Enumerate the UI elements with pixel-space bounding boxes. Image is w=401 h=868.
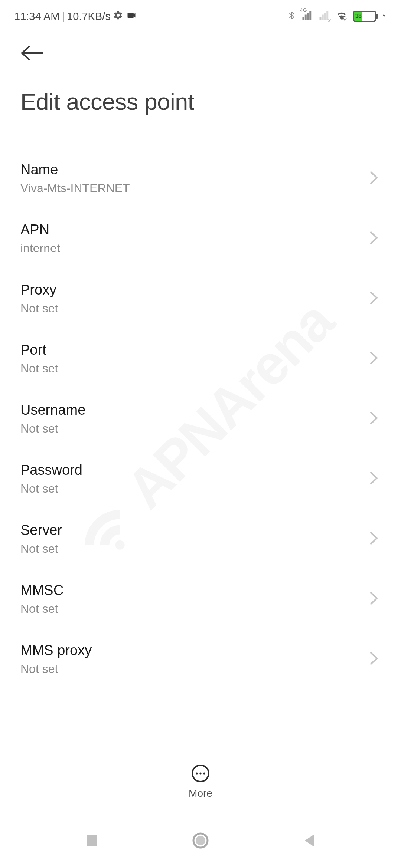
square-icon (85, 834, 98, 847)
svg-point-6 (203, 772, 205, 774)
more-label: More (189, 788, 212, 799)
chevron-right-icon (369, 651, 379, 668)
list-item-port[interactable]: Port Not set (20, 329, 381, 389)
list-item-text: Username Not set (20, 402, 85, 435)
item-label: Proxy (20, 282, 58, 298)
chevron-right-icon (369, 591, 379, 608)
gear-icon (113, 10, 123, 23)
item-value: Not set (20, 422, 85, 435)
list-item-text: APN internet (20, 222, 60, 255)
item-value: internet (20, 241, 60, 255)
charging-icon (381, 10, 387, 23)
list-item-username[interactable]: Username Not set (20, 389, 381, 449)
list-item-text: Proxy Not set (20, 282, 58, 315)
video-camera-icon (125, 10, 137, 23)
more-button[interactable] (191, 764, 210, 783)
triangle-left-icon (303, 833, 316, 848)
page-title: Edit access point (20, 88, 381, 115)
list-item-text: Name Viva-Mts-INTERNET (20, 162, 130, 195)
item-label: Username (20, 402, 85, 418)
item-label: Port (20, 342, 58, 358)
list-item-apn[interactable]: APN internet (20, 208, 381, 269)
settings-list: Name Viva-Mts-INTERNET APN internet Prox… (0, 148, 401, 738)
chevron-right-icon (369, 350, 379, 367)
header: Edit access point (0, 40, 401, 115)
list-item-mms-proxy[interactable]: MMS proxy Not set (20, 629, 381, 689)
status-separator: | (62, 10, 65, 23)
system-navbar (0, 813, 401, 868)
circle-icon (192, 832, 209, 849)
status-time: 11:34 AM (14, 10, 60, 23)
list-item-mmsc[interactable]: MMSC Not set (20, 569, 381, 629)
bluetooth-icon (287, 9, 296, 23)
nav-recents-button[interactable] (69, 826, 114, 855)
nav-home-button[interactable] (178, 826, 223, 855)
item-value: Viva-Mts-INTERNET (20, 181, 130, 195)
item-value: Not set (20, 542, 62, 556)
status-bar: 11:34 AM | 10.7KB/s 4G ✕ 38 (0, 0, 401, 33)
svg-point-4 (196, 772, 198, 774)
item-value: Not set (20, 482, 82, 496)
item-label: Server (20, 522, 62, 538)
svg-point-5 (199, 772, 201, 774)
item-label: MMSC (20, 582, 63, 598)
chevron-right-icon (369, 170, 379, 187)
item-label: Name (20, 162, 130, 178)
list-item-proxy[interactable]: Proxy Not set (20, 269, 381, 329)
signal-sim2-icon: ✕ (318, 10, 330, 23)
item-value: Not set (20, 302, 58, 315)
back-button[interactable] (20, 40, 46, 66)
battery-percent: 38 (354, 12, 362, 21)
svg-rect-7 (87, 835, 97, 846)
status-data-rate: 10.7KB/s (67, 10, 111, 23)
more-horizontal-icon (191, 764, 210, 783)
chevron-right-icon (369, 230, 379, 247)
list-item-password[interactable]: Password Not set (20, 449, 381, 509)
item-value: Not set (20, 362, 58, 375)
chevron-right-icon (369, 530, 379, 548)
list-item-server[interactable]: Server Not set (20, 509, 381, 569)
list-item-text: Server Not set (20, 522, 62, 556)
list-item-text: MMS proxy Not set (20, 642, 92, 676)
item-value: Not set (20, 662, 92, 676)
nav-back-button[interactable] (287, 826, 332, 855)
item-label: MMS proxy (20, 642, 92, 658)
list-item-text: Password Not set (20, 462, 82, 496)
item-label: APN (20, 222, 60, 238)
battery-icon: 38 (353, 11, 376, 22)
arrow-left-icon (20, 45, 44, 61)
item-value: Not set (20, 602, 63, 616)
chevron-right-icon (369, 290, 379, 307)
chevron-right-icon (369, 410, 379, 427)
list-item-text: MMSC Not set (20, 582, 63, 616)
signal-sim1-icon: 4G (301, 10, 313, 23)
chevron-right-icon (369, 470, 379, 487)
bottom-toolbar: More (0, 754, 401, 813)
list-item-text: Port Not set (20, 342, 58, 375)
svg-point-9 (196, 836, 205, 845)
list-item-name[interactable]: Name Viva-Mts-INTERNET (20, 148, 381, 208)
item-label: Password (20, 462, 82, 478)
wifi-icon (335, 10, 348, 23)
